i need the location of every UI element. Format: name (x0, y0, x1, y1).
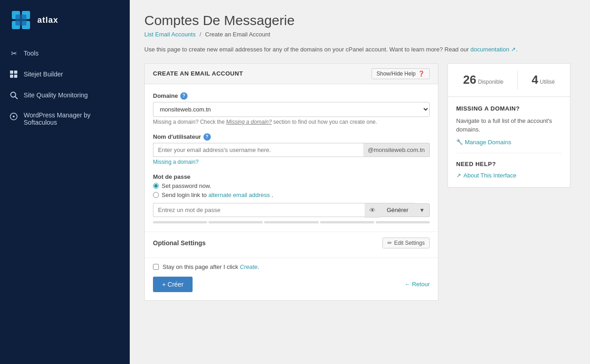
password-strength-bar (153, 221, 430, 223)
sidebar-navigation: ✂ Tools Sitejet Builder Site Quality Mon… (0, 43, 130, 132)
domaine-select[interactable]: monsiteweb.com.tn (153, 102, 430, 117)
radio-send-link-input[interactable] (153, 192, 159, 198)
sidebar-item-sitejet[interactable]: Sitejet Builder (0, 64, 130, 85)
stats-card: 26 Disponible 4 Utilisé (448, 63, 570, 97)
strength-segment-2 (209, 221, 263, 223)
missing-domain-title: MISSING A DOMAIN? (456, 105, 562, 112)
chevron-down-icon: ▼ (419, 207, 425, 213)
svg-rect-8 (14, 75, 17, 78)
missing-domain-hint-link[interactable]: Missing a domain? (226, 119, 272, 125)
svg-rect-5 (10, 71, 13, 74)
manage-domains-label: Manage Domains (465, 139, 511, 146)
external-link-icon: ↗ (456, 172, 461, 179)
sidebar-logo: atlax (0, 0, 130, 38)
breadcrumb-current: Create an Email Account (205, 31, 270, 38)
used-stat: 4 Utilisé (532, 73, 555, 87)
svg-rect-7 (10, 75, 13, 78)
optional-settings-title: Optional Settings (153, 239, 206, 247)
used-label: Utilisé (540, 79, 555, 85)
radio-set-now-input[interactable] (153, 183, 159, 189)
sidebar-item-tools-label: Tools (24, 50, 39, 57)
domaine-group: Domaine ? monsiteweb.com.tn Missing a do… (153, 92, 430, 125)
svg-rect-6 (14, 71, 17, 74)
form-card-title: CREATE AN EMAIL ACCOUNT (153, 70, 243, 77)
svg-point-12 (13, 116, 15, 117)
back-button[interactable]: ← Retour (404, 281, 430, 288)
sidebar-item-wordpress[interactable]: WordPress Manager by Softaculous (0, 106, 130, 132)
site-quality-icon (9, 91, 18, 100)
svg-rect-4 (15, 15, 26, 25)
strength-segment-1 (153, 221, 207, 223)
username-missing-link[interactable]: Missing a domain? (153, 159, 198, 165)
need-help-title: NEED HELP? (456, 161, 562, 167)
manage-domains-link[interactable]: 🔧 Manage Domains (456, 139, 562, 146)
create-inline-link[interactable]: Create (240, 263, 258, 270)
breadcrumb-separator: / (199, 31, 201, 38)
main-content: Comptes De Messagerie List Email Account… (130, 0, 590, 364)
footer-actions: + Créer ← Retour (153, 277, 430, 292)
form-footer: Stay on this page after I click Create. … (145, 258, 438, 300)
toggle-password-button[interactable]: 👁 (365, 203, 380, 217)
page-title: Comptes De Messagerie (144, 13, 570, 28)
radio-send-link[interactable]: Send login link to alternate email addre… (153, 192, 430, 198)
sidebar-item-tools[interactable]: ✂ Tools (0, 43, 130, 64)
strength-segment-3 (264, 221, 318, 223)
eye-icon: 👁 (369, 207, 376, 214)
sidebar: atlax ✂ Tools Sitejet Builder Site Quali… (0, 0, 130, 364)
breadcrumb: List Email Accounts / Create an Email Ac… (144, 31, 570, 38)
optional-spacer (145, 254, 438, 258)
sidebar-item-wordpress-label: WordPress Manager by Softaculous (24, 111, 121, 126)
password-label: Mot de passe (153, 173, 430, 180)
wrench-icon: 🔧 (456, 139, 463, 145)
domaine-label: Domaine ? (153, 92, 430, 100)
available-stat: 26 Disponible (463, 73, 504, 87)
show-hide-help-button[interactable]: Show/Hide Help ❓ (371, 68, 430, 79)
domaine-help-icon[interactable]: ? (180, 92, 188, 100)
strength-segment-5 (376, 221, 430, 223)
about-interface-label: About This Interface (463, 172, 516, 179)
optional-settings-section: Optional Settings ✏ Edit Settings (145, 232, 438, 254)
missing-domain-card: MISSING A DOMAIN? Navigate to a full lis… (448, 97, 570, 187)
sidebar-item-site-quality-label: Site Quality Monitoring (24, 91, 88, 99)
stats-divider (517, 71, 518, 89)
about-interface-link[interactable]: ↗ About This Interface (456, 172, 562, 179)
stay-checkbox-label[interactable]: Stay on this page after I click Create. (153, 263, 430, 270)
missing-domain-desc: Navigate to a full list of the account's… (456, 116, 562, 134)
pencil-icon: ✏ (387, 240, 392, 246)
info-bar: Use this page to create new email addres… (144, 45, 570, 54)
alternate-email-link[interactable]: alternate email address (209, 192, 270, 198)
atlax-logo-icon (9, 8, 33, 32)
documentation-link[interactable]: documentation ↗ (470, 46, 516, 53)
password-input-row: 👁 Générer ▼ (153, 203, 430, 217)
used-number: 4 (532, 73, 538, 86)
right-panel: 26 Disponible 4 Utilisé MISSING A DOMAIN… (448, 63, 570, 187)
form-card: CREATE AN EMAIL ACCOUNT Show/Hide Help ❓… (144, 63, 438, 301)
username-help-icon[interactable]: ? (203, 133, 211, 141)
radio-set-now[interactable]: Set password now. (153, 182, 430, 189)
content-row: CREATE AN EMAIL ACCOUNT Show/Hide Help ❓… (144, 63, 570, 301)
password-radio-group: Set password now. Send login link to alt… (153, 182, 430, 198)
username-group: Nom d'utilisateur ? @monsiteweb.com.tn M… (153, 133, 430, 165)
create-button[interactable]: + Créer (153, 277, 193, 292)
stay-checkbox-input[interactable] (153, 264, 159, 270)
domaine-hint: Missing a domain? Check the Missing a do… (153, 119, 430, 125)
form-body: Domaine ? monsiteweb.com.tn Missing a do… (145, 84, 438, 223)
tools-icon: ✂ (9, 49, 18, 58)
username-input-row: @monsiteweb.com.tn (153, 143, 430, 157)
generate-password-button[interactable]: Générer (380, 203, 415, 217)
breadcrumb-list-link[interactable]: List Email Accounts (144, 31, 196, 38)
username-label: Nom d'utilisateur ? (153, 133, 430, 141)
question-icon: ❓ (418, 71, 425, 77)
password-input[interactable] (153, 203, 365, 217)
password-group: Mot de passe Set password now. Send logi… (153, 173, 430, 223)
generate-dropdown-button[interactable]: ▼ (415, 203, 430, 217)
strength-segment-4 (320, 221, 374, 223)
form-card-header: CREATE AN EMAIL ACCOUNT Show/Hide Help ❓ (145, 64, 438, 84)
svg-line-10 (15, 96, 17, 99)
sidebar-logo-text: atlax (37, 15, 58, 25)
sidebar-item-sitejet-label: Sitejet Builder (24, 71, 63, 78)
card-section-divider (456, 153, 562, 153)
username-input[interactable] (153, 143, 363, 157)
sidebar-item-site-quality[interactable]: Site Quality Monitoring (0, 85, 130, 106)
edit-settings-button[interactable]: ✏ Edit Settings (382, 238, 430, 248)
